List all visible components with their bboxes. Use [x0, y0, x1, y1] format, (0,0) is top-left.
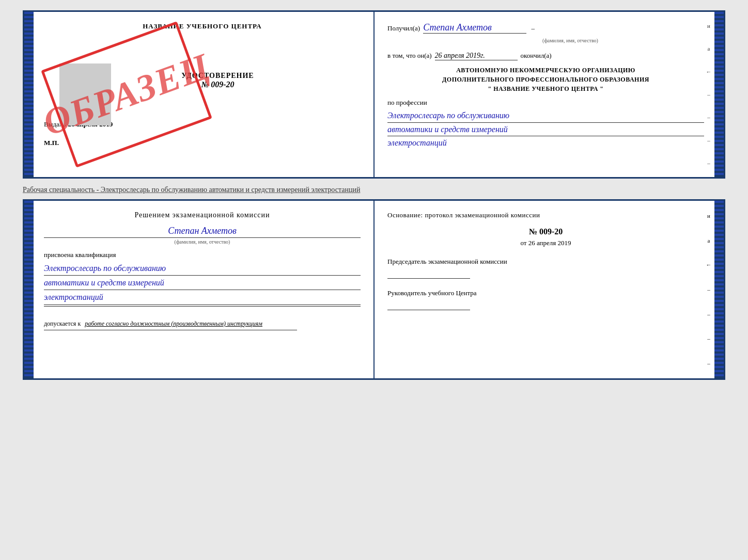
udostoverenie-title: УДОСТОВЕРЕНИЕ: [75, 72, 361, 80]
top-booklet: НАЗВАНИЕ УЧЕБНОГО ЦЕНТРА УДОСТОВЕРЕНИЕ №…: [23, 10, 725, 179]
chairman-label: Председатель экзаменационной комиссии: [387, 258, 704, 266]
mp-line: М.П.: [44, 139, 361, 147]
profession-line2: автоматики и средств измерений: [387, 123, 704, 137]
bottom-booklet: Решением экзаменационной комиссии Степан…: [23, 199, 725, 380]
rukov-label: Руководитель учебного Центра: [387, 289, 704, 297]
org-line2: ДОПОЛНИТЕЛЬНОГО ПРОФЕССИОНАЛЬНОГО ОБРАЗО…: [387, 75, 704, 84]
org-text: АВТОНОМНУЮ НЕКОММЕРЧЕСКУЮ ОРГАНИЗАЦИЮ ДО…: [387, 66, 704, 93]
protocol-date: от 26 апреля 2019: [387, 239, 704, 247]
top-right-side-deco: и а ← – – – –: [703, 12, 714, 177]
okonchil-label: окончил(а): [521, 52, 552, 60]
dopusk-label: допускается к: [44, 320, 81, 328]
rukov-block: Руководитель учебного Центра: [387, 289, 704, 310]
bottom-fio-sub: (фамилия, имя, отчество): [44, 239, 361, 245]
document-container: НАЗВАНИЕ УЧЕБНОГО ЦЕНТРА УДОСТОВЕРЕНИЕ №…: [23, 10, 725, 380]
osnov-title: Основание: протокол экзаменационной коми…: [387, 211, 704, 219]
protocol-date-value: 26 апреля 2019: [528, 239, 571, 247]
rukov-sig-line: [387, 300, 470, 310]
bottom-right-side-deco: и а ← – – – –: [703, 201, 714, 378]
vtom-line: в том, что он(а) 26 апреля 2019г. окончи…: [387, 52, 704, 60]
poluchil-line: Получил(а) Степан Ахметов –: [387, 22, 704, 34]
po-professii-label: по профессии: [387, 99, 704, 107]
vtom-date: 26 апреля 2019г.: [435, 52, 518, 60]
qual-line2: автоматики и средств измерений: [44, 276, 361, 290]
dash1: –: [529, 24, 535, 33]
udostoverenie-number: № 009-20: [75, 80, 361, 89]
org-line1: АВТОНОМНУЮ НЕКОММЕРЧЕСКУЮ ОРГАНИЗАЦИЮ: [387, 66, 704, 75]
poluchil-label: Получил(а): [387, 24, 420, 33]
fio-sublabel-top: (фамилия, имя, отчество): [437, 38, 704, 43]
org-line3: " НАЗВАНИЕ УЧЕБНОГО ЦЕНТРА ": [387, 84, 704, 93]
top-booklet-right-spine: [714, 12, 724, 177]
top-booklet-right-panel: Получил(а) Степан Ахметов – (фамилия, им…: [375, 12, 714, 177]
top-booklet-left-panel: НАЗВАНИЕ УЧЕБНОГО ЦЕНТРА УДОСТОВЕРЕНИЕ №…: [34, 12, 375, 177]
bottom-right-panel: Основание: протокол экзаменационной коми…: [375, 201, 714, 378]
prisvoena-label: присвоена квалификация: [44, 251, 361, 259]
vtom-label: в том, что он(а): [387, 52, 432, 60]
poluchil-value: Степан Ахметов: [423, 22, 526, 34]
decision-title: Решением экзаменационной комиссии: [44, 211, 361, 219]
qual-line1: Электрослесарь по обслуживанию: [44, 261, 361, 276]
qual-line3: электростанций: [44, 290, 361, 305]
chairman-block: Председатель экзаменационной комиссии: [387, 258, 704, 279]
dopusk-value: работе согласно должностным (производств…: [85, 320, 262, 328]
profession-line1: Электрослесарь по обслуживанию: [387, 109, 704, 123]
bottom-name-value: Степан Ахметов: [44, 226, 361, 238]
dopusk-block: допускается к работе согласно должностны…: [44, 314, 361, 328]
photo-placeholder: [59, 63, 111, 125]
caption-text: Рабочая специальность - Электрослесарь п…: [23, 183, 725, 195]
top-booklet-left-spine: [24, 12, 34, 177]
protocol-date-prefix: от: [520, 239, 526, 247]
bottom-booklet-left-spine: [24, 201, 34, 378]
protocol-number: № 009-20: [387, 227, 704, 236]
chairman-sig-line: [387, 268, 470, 279]
udostoverenie-block: УДОСТОВЕРЕНИЕ № 009-20: [75, 72, 361, 89]
school-name-top: НАЗВАНИЕ УЧЕБНОГО ЦЕНТРА: [44, 22, 361, 30]
bottom-left-panel: Решением экзаменационной комиссии Степан…: [34, 201, 375, 378]
bottom-booklet-right-spine: [714, 201, 724, 378]
profession-line3: электростанций: [387, 136, 704, 150]
